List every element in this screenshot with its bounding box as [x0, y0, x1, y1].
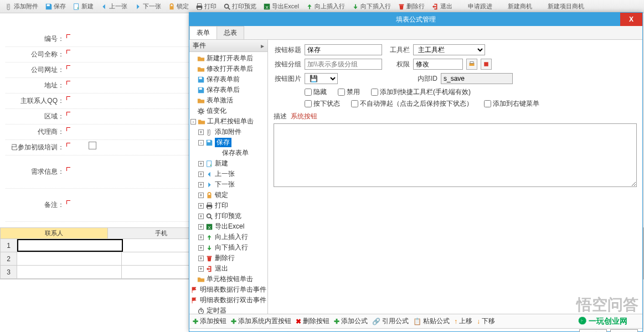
folder-icon [197, 97, 205, 105]
tree-item[interactable]: +退出 [190, 263, 266, 274]
action-添加公式[interactable]: ✚添加公式 [334, 317, 368, 326]
tab-1[interactable]: 总表 [217, 26, 244, 39]
checkbox[interactable] [89, 142, 96, 149]
tree-item[interactable]: +X导出Excel [190, 221, 266, 232]
action-粘贴公式[interactable]: 📋粘贴公式 [413, 317, 450, 326]
tree-item[interactable]: -工具栏按钮单击 [190, 116, 266, 127]
action-添加按钮[interactable]: ✚添加按钮 [193, 317, 226, 326]
action-引用公式[interactable]: 🔗引用公式 [372, 317, 409, 326]
expand-icon[interactable]: + [198, 203, 204, 209]
timer-icon [197, 307, 205, 314]
toolbar-attach[interactable]: 添加附件 [2, 1, 41, 12]
action-下移[interactable]: ↓下移 [477, 317, 495, 326]
cancel-button[interactable]: 取消 [610, 329, 638, 332]
expand-icon[interactable]: - [190, 119, 196, 124]
tree-item[interactable]: 明细表数据行双击事件 [190, 295, 266, 305]
toolbar-exit[interactable]: 退出 [429, 1, 455, 12]
dialog-tabs: 表单总表 [189, 26, 642, 40]
tree-item[interactable]: 表单激活 [190, 95, 266, 106]
form-label: 公司网址： [6, 65, 66, 75]
toolbar-new[interactable]: 新建 [70, 1, 96, 12]
perm-print-icon[interactable] [466, 59, 477, 70]
toolbar-item-15[interactable]: 新建项目商机 [536, 1, 587, 12]
select-btn-img[interactable]: 💾 [305, 73, 338, 84]
expand-icon[interactable]: + [198, 182, 204, 188]
check-禁用[interactable]: 禁用 [338, 87, 360, 97]
tree-item[interactable]: 保存表单后 [190, 85, 266, 95]
tree-item[interactable]: 定时器 [190, 305, 266, 314]
tree-item[interactable]: 保存表单 [190, 148, 266, 158]
tree-item[interactable]: +向下插入行 [190, 242, 266, 253]
label-toolbar: 工具栏 [385, 45, 410, 55]
new-icon [205, 160, 213, 168]
props-panel: 按钮标题 工具栏 主工具栏 按钮分组 权限 按钮图片 💾 内部ID 隐藏禁用添 [268, 40, 642, 314]
input-btn-title[interactable] [305, 44, 382, 55]
toolbar-lock[interactable]: 锁定 [165, 1, 192, 12]
tree-item[interactable]: 明细表数据行单击事件 [190, 284, 266, 295]
select-toolbar[interactable]: 主工具栏 [413, 44, 485, 55]
grid-cell[interactable] [17, 252, 122, 265]
grid-col-0[interactable]: 联系人 [1, 228, 108, 238]
action-添加系统内置按钮[interactable]: ✚添加系统内置按钮 [231, 317, 291, 326]
action-删除按钮[interactable]: ✖删除按钮 [296, 317, 329, 326]
expand-icon[interactable]: + [198, 235, 204, 240]
expand-icon[interactable]: + [198, 245, 204, 251]
dialog-title: 填表公式管理 X [189, 13, 642, 26]
expand-icon[interactable]: + [198, 266, 204, 272]
attach-icon [205, 128, 213, 136]
tree-item[interactable]: -保存 [190, 137, 266, 148]
toolbar-insdown[interactable]: 向下插入行 [349, 1, 394, 12]
check-添加到快捷工具栏(手机端有效)[interactable]: 添加到快捷工具栏(手机端有效) [371, 87, 471, 97]
tree-item[interactable]: +打印 [190, 200, 266, 211]
tree-item[interactable]: +上一张 [190, 169, 266, 179]
toolbar-print[interactable]: 打印 [193, 1, 219, 12]
grid-cell[interactable] [17, 239, 123, 252]
tree-item[interactable]: +新建 [190, 158, 266, 169]
prev-icon [205, 170, 213, 178]
close-button[interactable]: X [620, 13, 642, 26]
check-不自动弹起（点击之后保持按下状态）[interactable]: 不自动弹起（点击之后保持按下状态） [351, 99, 473, 108]
tree-collapse-icon[interactable]: ▸ [261, 42, 264, 50]
tree-item[interactable]: +删除行 [190, 253, 266, 263]
toolbar-excel[interactable]: X导出Excel [260, 1, 302, 12]
tree-item[interactable]: +打印预览 [190, 211, 266, 221]
expand-icon[interactable]: + [198, 172, 204, 177]
tree-item[interactable]: +下一张 [190, 179, 266, 190]
tab-0[interactable]: 表单 [189, 26, 217, 39]
tree-item[interactable]: 单元格按钮单击 [190, 274, 266, 284]
toolbar-next[interactable]: 下一张 [131, 1, 164, 12]
tree-item[interactable]: +向上插入行 [190, 232, 266, 242]
expand-icon[interactable]: + [198, 214, 204, 219]
ok-button[interactable]: 确定 [579, 329, 607, 332]
svg-rect-1 [74, 3, 79, 9]
expand-icon[interactable]: + [198, 161, 204, 167]
expand-icon[interactable]: - [198, 140, 204, 146]
input-perm[interactable] [413, 59, 463, 70]
desc-textarea[interactable] [274, 123, 637, 187]
toolbar-save[interactable]: 保存 [42, 1, 69, 12]
action-上移[interactable]: ↑上移 [454, 317, 472, 326]
tree-item[interactable]: 保存表单前 [190, 74, 266, 85]
toolbar-item-13[interactable]: 申请跟进 [456, 1, 495, 12]
toolbar-item-14[interactable]: 新建商机 [496, 1, 535, 12]
toolbar-prev[interactable]: 上一张 [97, 1, 130, 12]
expand-icon[interactable]: + [198, 256, 204, 261]
check-按下状态[interactable]: 按下状态 [305, 99, 340, 108]
check-添加到右键菜单[interactable]: 添加到右键菜单 [484, 99, 539, 108]
tree-item[interactable]: 新建打开表单后 [190, 53, 266, 64]
toolbar-delrow[interactable]: 删除行 [395, 1, 427, 12]
tree-item[interactable]: +添加附件 [190, 127, 266, 137]
desc-label: 描述 [274, 112, 287, 120]
expand-icon[interactable]: + [198, 193, 204, 198]
tree-item[interactable]: +锁定 [190, 190, 266, 200]
toolbar-insup[interactable]: 向上插入行 [303, 1, 348, 12]
tree-item[interactable]: 值变化 [190, 106, 266, 116]
check-隐藏[interactable]: 隐藏 [305, 87, 327, 97]
expand-icon[interactable]: + [198, 224, 204, 230]
input-btn-group[interactable] [305, 59, 382, 70]
tree-item[interactable]: 修改打开表单后 [190, 64, 266, 74]
perm-clear-icon[interactable] [481, 59, 492, 70]
toolbar-preview[interactable]: 打印预览 [220, 1, 259, 12]
grid-cell[interactable] [17, 266, 122, 278]
expand-icon[interactable]: + [198, 129, 204, 135]
